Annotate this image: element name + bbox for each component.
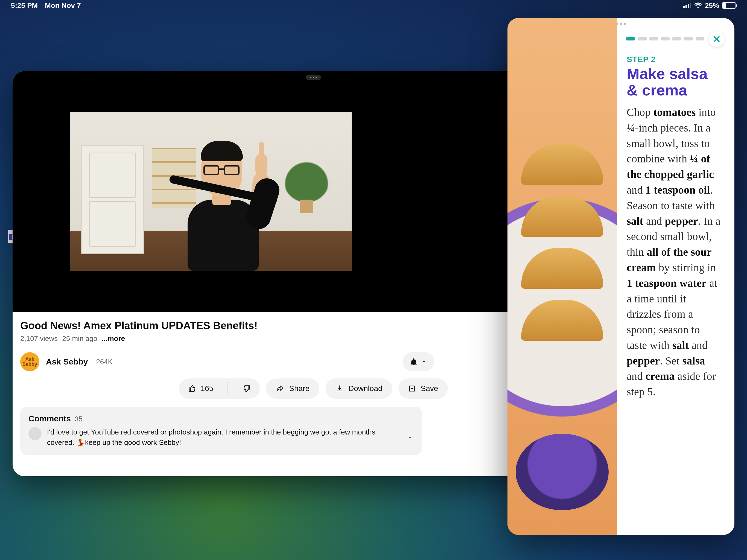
commenter-avatar: [28, 427, 42, 440]
bell-icon: [410, 358, 418, 366]
share-button[interactable]: Share: [266, 378, 319, 399]
wifi-icon: [694, 2, 702, 8]
description-more-button[interactable]: ...more: [102, 334, 125, 343]
close-icon: [713, 35, 721, 43]
featured-comment-text: I'd love to get YouTube red covered or p…: [47, 427, 391, 448]
battery-percent: 25%: [705, 1, 719, 10]
comments-card[interactable]: Comments 35 I'd love to get YouTube red …: [20, 407, 422, 455]
share-icon: [276, 384, 284, 393]
save-label: Save: [421, 384, 438, 393]
recipe-photo: [508, 18, 617, 535]
cell-signal-icon: [683, 3, 691, 8]
upload-age: 25 min ago: [62, 334, 97, 343]
view-count: 2,107 views: [20, 334, 58, 343]
step-label: STEP 2: [627, 55, 721, 64]
comments-label: Comments: [28, 414, 71, 423]
status-bar: 5:25 PM Mon Nov 7 25%: [0, 0, 747, 11]
subscriber-count: 264K: [96, 358, 113, 366]
status-time: 5:25 PM: [11, 1, 38, 10]
download-button[interactable]: Download: [325, 378, 392, 399]
download-label: Download: [349, 384, 383, 393]
dislike-button[interactable]: [233, 378, 260, 399]
step-body: Chop tomatoes into ¼-inch pieces. In a s…: [627, 105, 721, 400]
step-title: Make salsa & crema: [627, 66, 721, 99]
channel-avatar[interactable]: Ask Sebby: [20, 352, 40, 371]
channel-name[interactable]: Ask Sebby: [46, 357, 88, 366]
like-button[interactable]: 165: [179, 378, 223, 399]
recipe-slideover: STEP 2 Make salsa & crema Chop tomatoes …: [508, 18, 735, 535]
step-progress-bar: [626, 37, 704, 41]
video-frame: [70, 112, 352, 271]
share-label: Share: [289, 384, 310, 393]
save-icon: [408, 385, 416, 392]
thumbs-up-icon: [188, 384, 197, 393]
thumbs-down-icon: [242, 384, 251, 393]
status-date: Mon Nov 7: [45, 1, 81, 10]
window-handle-icon[interactable]: [306, 75, 321, 80]
like-count: 165: [201, 384, 213, 393]
save-button[interactable]: Save: [398, 378, 448, 399]
comments-count: 35: [75, 415, 83, 423]
chevron-down-icon[interactable]: [406, 434, 414, 441]
close-button[interactable]: [709, 31, 725, 47]
like-dislike-chip: 165: [179, 378, 260, 399]
battery-icon: [722, 2, 736, 9]
chevron-down-icon: [421, 359, 427, 365]
notifications-button[interactable]: [403, 352, 434, 371]
download-icon: [335, 384, 343, 393]
